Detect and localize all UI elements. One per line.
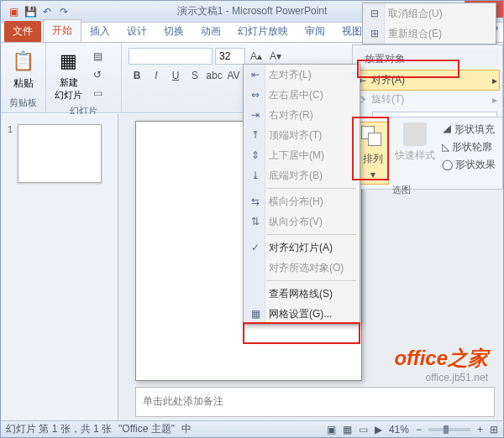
paste-button[interactable]: 📋 粘贴 <box>6 46 40 92</box>
tab-animations[interactable]: 动画 <box>192 21 229 42</box>
redo-icon[interactable]: ↷ <box>56 4 71 19</box>
status-theme: "Office 主题" <box>118 422 175 436</box>
menu-regroup[interactable]: ⊞重新组合(E) <box>363 23 496 44</box>
zoom-in-icon[interactable]: + <box>477 424 483 435</box>
placement-header: 放置对象 <box>356 49 499 70</box>
quick-access-toolbar: ▣ 💾 ↶ ↷ <box>1 4 76 19</box>
new-slide-icon: ▦ <box>55 48 82 75</box>
align-middle[interactable]: ⇕上下居中(M) <box>244 145 360 165</box>
status-slide: 幻灯片 第 1 张，共 1 张 <box>6 422 112 436</box>
distribute-h[interactable]: ⇆横向分布(H) <box>244 191 360 211</box>
quickstyle-button[interactable]: 快速样式 <box>395 123 435 184</box>
align-to-selection[interactable]: 对齐所选对象(O) <box>244 258 360 278</box>
align-bottom[interactable]: ⤓底端对齐(B) <box>244 165 360 185</box>
distribute-v[interactable]: ⇅纵向分布(V) <box>244 211 360 232</box>
tab-slideshow[interactable]: 幻灯片放映 <box>229 21 297 42</box>
arrange-button[interactable]: 排列▾ <box>358 123 388 184</box>
quickstyle-icon <box>403 123 427 146</box>
view-sorter-icon[interactable]: ▦ <box>343 424 352 435</box>
notes-pane[interactable]: 单击此处添加备注 <box>135 387 495 417</box>
paste-icon: 📋 <box>10 48 37 75</box>
font-family-select[interactable] <box>129 48 213 65</box>
strike-icon[interactable]: S <box>186 67 203 84</box>
shrink-font-icon[interactable]: A▾ <box>267 48 284 65</box>
view-reading-icon[interactable]: ▭ <box>359 424 368 435</box>
menu-ungroup[interactable]: ⊟取消组合(U) <box>363 3 496 23</box>
tab-home[interactable]: 开始 <box>43 19 81 42</box>
italic-icon[interactable]: I <box>148 67 165 84</box>
zoom-out-icon[interactable]: − <box>416 424 422 435</box>
save-icon[interactable]: 💾 <box>23 4 38 19</box>
underline-icon[interactable]: U <box>167 67 184 84</box>
group-context-menu: ⊟取消组合(U) ⊞重新组合(E) <box>362 3 496 44</box>
font-size-select[interactable]: 32 <box>215 48 245 65</box>
reset-icon[interactable]: ↺ <box>89 66 106 83</box>
status-lang: 中 <box>181 422 192 436</box>
align-to-slide[interactable]: ✓对齐幻灯片(A) <box>244 237 360 258</box>
view-normal-icon[interactable]: ▣ <box>327 424 336 435</box>
window-title: 演示文稿1 - Microsoft PowerPoint <box>177 4 328 18</box>
shape-outline[interactable]: ◺ 形状轮廓 <box>442 140 496 154</box>
new-slide-button[interactable]: ▦ 新建 幻灯片 <box>51 46 86 103</box>
align-top[interactable]: ⤒顶端对齐(T) <box>244 125 360 145</box>
rotate-menu-trigger[interactable]: ⟳旋转(T)▸ <box>356 90 499 109</box>
bold-icon[interactable]: B <box>129 67 145 84</box>
shadow-icon[interactable]: abc <box>206 67 223 84</box>
fit-icon[interactable]: ⊞ <box>490 424 498 435</box>
group-slides: ▦ 新建 幻灯片 ▤ ↺ ▭ 幻灯片 <box>46 43 122 112</box>
drawing-label: 选图 <box>392 184 411 196</box>
tab-insert[interactable]: 插入 <box>81 21 118 42</box>
zoom-slider[interactable] <box>428 428 470 431</box>
spacing-icon[interactable]: AV <box>225 67 242 84</box>
arrange-icon <box>361 126 385 149</box>
tab-review[interactable]: 审阅 <box>297 21 333 42</box>
grid-settings[interactable]: ▦网格设置(G)... <box>244 304 360 324</box>
view-show-icon[interactable]: ▶ <box>375 424 382 435</box>
grow-font-icon[interactable]: A▴ <box>248 48 265 65</box>
app-icon: ▣ <box>6 4 21 19</box>
slide-thumbnails: 1 <box>1 114 118 420</box>
align-menu-trigger[interactable]: ⇤对齐(A)▸ <box>356 70 499 90</box>
drawing-panel: 排列▾ 快速样式 ◢ 形状填充 ◺ 形状轮廓 ◯ 形状效果 <box>352 117 503 190</box>
shape-effects[interactable]: ◯ 形状效果 <box>442 158 496 172</box>
thumbnail-1[interactable]: 1 <box>8 124 111 183</box>
shape-fill[interactable]: ◢ 形状填充 <box>442 123 496 137</box>
undo-icon[interactable]: ↶ <box>39 4 55 19</box>
tab-transitions[interactable]: 切换 <box>155 21 192 42</box>
align-center[interactable]: ⇔左右居中(C) <box>244 85 360 105</box>
status-bar: 幻灯片 第 1 张，共 1 张 "Office 主题" 中 ▣ ▦ ▭ ▶ 41… <box>1 420 503 437</box>
view-gridlines[interactable]: 查看网格线(S) <box>244 284 360 304</box>
group-clipboard: 📋 粘贴 剪贴板 <box>1 43 46 112</box>
tab-design[interactable]: 设计 <box>118 21 155 42</box>
section-icon[interactable]: ▭ <box>89 85 106 102</box>
status-zoom: 41% <box>389 424 409 435</box>
thumbnail-image <box>18 124 102 183</box>
align-right[interactable]: ⇥右对齐(R) <box>244 105 360 125</box>
layout-icon[interactable]: ▤ <box>89 48 106 65</box>
align-submenu: ⇤左对齐(L) ⇔左右居中(C) ⇥右对齐(R) ⤒顶端对齐(T) ⇕上下居中(… <box>243 64 360 325</box>
tab-file[interactable]: 文件 <box>4 21 41 42</box>
align-left[interactable]: ⇤左对齐(L) <box>244 65 360 85</box>
